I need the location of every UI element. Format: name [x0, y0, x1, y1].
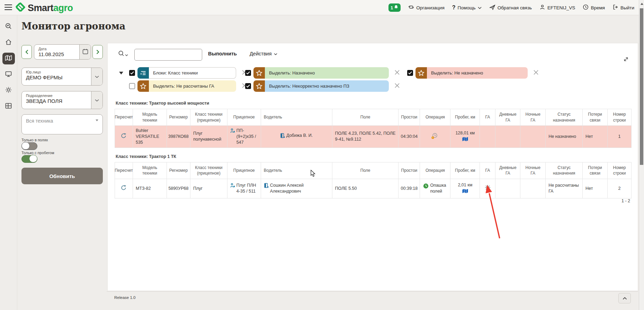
col-header-operation: Операция [420, 162, 450, 179]
brand-logo[interactable]: Smartagro [15, 2, 73, 14]
footer-divider [107, 291, 638, 292]
vertical-scrollbar[interactable] [639, 0, 644, 310]
sidebar-item-monitor[interactable] [2, 69, 15, 80]
track-map-icon[interactable] [462, 137, 468, 143]
division-select[interactable]: Подразделение ЗВЕЗДА ПОЛЯ [21, 91, 103, 109]
only-with-mileage-label: Только с пробегом [21, 151, 54, 155]
cell-num: 2 [608, 179, 632, 198]
legal-entity-dropdown-button[interactable] [91, 68, 102, 85]
sidebar-item-home[interactable] [2, 37, 15, 48]
ga-processing-gear-icon[interactable] [484, 184, 491, 193]
table-row[interactable]: Buhler VERSATILE 5353987КО68Плуг полунав… [115, 126, 632, 148]
chip-label[interactable]: Выделить: Некорректно назначено ПЗ [265, 80, 389, 92]
chip-close-icon[interactable] [394, 69, 401, 77]
table-toolbar: Выполнить Действия [108, 48, 638, 62]
swap-icon [408, 4, 414, 11]
chevron-down-icon [95, 73, 99, 80]
search-dropdown-button[interactable] [118, 50, 128, 59]
home-icon [5, 38, 12, 47]
cell-model: Buhler VERSATILE 535 [133, 126, 167, 148]
sidebar-item-map-monitor[interactable] [2, 53, 15, 64]
actions-dropdown[interactable]: Действия [250, 51, 277, 56]
col-header-operation: Операция [420, 109, 450, 126]
col-header-field: Поле [332, 162, 399, 179]
search-icon [118, 50, 125, 59]
chevron-down-icon [125, 52, 128, 58]
only-with-mileage-toggle[interactable] [21, 155, 37, 163]
menu-time-label: Время [591, 5, 605, 10]
chip-label[interactable]: Выделить: Назначено [265, 67, 389, 79]
refresh-button[interactable]: Обновить [21, 168, 103, 184]
chip-close-icon[interactable] [394, 82, 401, 90]
menu-feedback[interactable]: Обратная связь [489, 4, 532, 11]
cell-klass: Плуг полунавесной [190, 126, 227, 148]
brand-name: Smartagro [28, 3, 73, 14]
driver-card-icon [264, 183, 269, 190]
equipment-multiselect[interactable]: Вся техника [21, 114, 103, 134]
scrollbar-thumb[interactable] [640, 8, 643, 165]
map-icon [5, 55, 12, 62]
division-label: Подразделение [26, 94, 91, 98]
cell-reg: 3987КО68 [167, 126, 190, 148]
col-header-model: Модель техники [133, 162, 167, 179]
sidebar-item-tables[interactable] [2, 100, 15, 112]
cell-conn: Нет [583, 126, 608, 148]
only-in-fields-toggle[interactable] [21, 142, 37, 150]
sidebar-item-settings[interactable] [2, 85, 15, 96]
brand-icon [15, 2, 26, 14]
cell-klass: Плуг [190, 179, 227, 198]
col-header-idle: Простои [399, 109, 420, 126]
scrollbar-up-arrow[interactable] [641, 3, 643, 5]
star-icon [415, 67, 427, 79]
chip-label[interactable]: Выделить: Не рассчитаны ГА [149, 80, 236, 92]
col-header-day_ga: Дневные ГА [495, 162, 520, 179]
track-map-icon[interactable] [462, 189, 468, 195]
menu-time[interactable]: Время [583, 4, 605, 11]
menu-organization[interactable]: Организация [408, 4, 444, 11]
cell-reg: 5890УР68 [167, 179, 190, 198]
next-date-button[interactable] [92, 45, 103, 59]
calendar-picker-button[interactable] [79, 45, 91, 59]
cell-idle: 00:39:18 [399, 179, 420, 198]
table-row[interactable]: МТЗ-825890УР68ПлугПлуг ПЛН 4-35 / 511Сош… [115, 179, 632, 198]
calendar-icon [82, 48, 88, 56]
previous-date-button[interactable] [21, 45, 32, 59]
col-header-day_ga: Дневные ГА [495, 109, 520, 126]
recalculate-icon[interactable] [120, 133, 127, 141]
collapse-filters-triangle[interactable] [119, 72, 123, 74]
implement-icon [230, 128, 235, 135]
chip-label[interactable]: Выделить: Не назначено [427, 67, 528, 79]
legal-entity-select[interactable]: Юр.лицо ДЕМО ФЕРМЫ [21, 68, 103, 86]
chip-label[interactable]: Блоки: Класс техники [149, 67, 236, 79]
cell-status: Не рассчитаны ГА [546, 179, 583, 198]
chip-close-icon[interactable] [533, 69, 539, 77]
chip-checkbox[interactable] [129, 70, 135, 76]
cell-mileage: 2,01 км [450, 179, 480, 198]
chip-checkbox[interactable] [245, 83, 251, 89]
mileage-value: 128,01 км [455, 130, 475, 136]
menu-user[interactable]: EFTENIJ_VS [539, 4, 575, 11]
sidebar-item-analytics[interactable] [2, 21, 15, 33]
star-icon [253, 80, 265, 92]
date-field[interactable]: Дата 11.08.2025 [34, 44, 91, 60]
chip-checkbox[interactable] [245, 70, 251, 76]
cell-mileage: 128,01 км [450, 126, 480, 148]
chip-checkbox[interactable] [129, 83, 135, 89]
date-label: Дата [38, 47, 79, 51]
maximize-icon[interactable] [623, 56, 629, 64]
recalculate-icon[interactable] [120, 185, 127, 193]
col-header-recalc: Пересчет [115, 109, 133, 126]
cell-idle: 04:30:04 [399, 126, 420, 148]
notifications-badge[interactable]: 1 [388, 3, 401, 12]
menu-help[interactable]: ? Помощь [452, 5, 482, 11]
chip-checkbox[interactable] [407, 70, 413, 76]
search-input[interactable] [134, 49, 202, 61]
scroll-to-top-button[interactable] [618, 293, 631, 303]
execute-button[interactable]: Выполнить [208, 51, 237, 56]
division-dropdown-button[interactable] [91, 91, 102, 109]
menu-logout[interactable]: Выйти [612, 4, 634, 11]
hamburger-menu-icon[interactable] [5, 5, 12, 11]
col-header-status: Статус назначения [546, 109, 583, 126]
cell-field: ПОЛЕ 5.50 [332, 179, 399, 198]
cell-model: МТЗ-82 [133, 179, 167, 198]
